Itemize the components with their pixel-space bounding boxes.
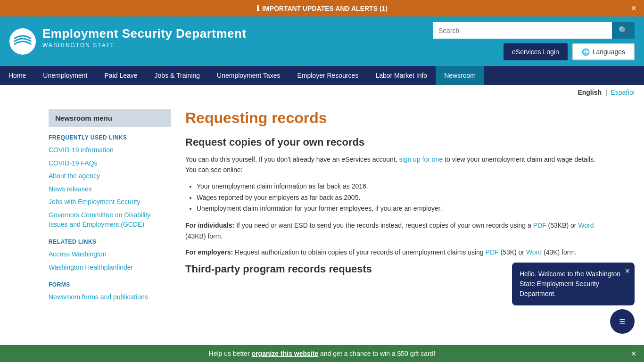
employers-bold: For employers:: [185, 248, 233, 256]
list-item: Unemployment claim information for your …: [197, 203, 595, 214]
sidebar-link-access-washington[interactable]: Access Washington: [49, 248, 171, 261]
search-input[interactable]: [433, 22, 612, 39]
nav-jobs-training[interactable]: Jobs & Training: [146, 66, 209, 85]
header: Employment Security Department WASHINGTO…: [0, 16, 644, 66]
main-nav: Home Unemployment Paid Leave Jobs & Trai…: [0, 66, 644, 85]
word-link-1[interactable]: Word: [578, 222, 594, 229]
sidebar-link-about-agency[interactable]: About the agency: [49, 170, 171, 183]
alert-text: IMPORTANT UPDATES AND ALERTS (1): [262, 5, 388, 12]
header-right: 🔍 eServices Login 🌐 Languages: [433, 22, 635, 60]
header-buttons: eServices Login 🌐 Languages: [504, 43, 635, 60]
search-button[interactable]: 🔍: [612, 22, 635, 39]
agency-name: Employment Security Department: [42, 26, 247, 41]
nav-employer-resources[interactable]: Employer Resources: [289, 66, 367, 85]
chat-icon-button[interactable]: ≡: [610, 309, 635, 313]
employers-para: For employers: Request authorization to …: [185, 247, 595, 257]
list-item: Your unemployment claim information as f…: [197, 181, 595, 192]
chat-bubble: × Hello. Welcome to the Washington State…: [512, 263, 635, 305]
sidebar-link-newsroom-forms[interactable]: Newsroom forms and publications: [49, 291, 171, 304]
sidebar-frequently-used-title: FREQUENTLY USED LINKS: [49, 134, 171, 141]
page-title: Requesting records: [185, 109, 595, 127]
pdf-link-1[interactable]: PDF: [533, 222, 546, 229]
chat-container: × Hello. Welcome to the Washington State…: [512, 263, 635, 313]
nav-unemployment[interactable]: Unemployment: [34, 66, 96, 85]
sidebar-menu-title: Newsroom menu: [49, 109, 171, 127]
sidebar-link-jobs-esd[interactable]: Jobs with Employment Security: [49, 196, 171, 209]
language-bar: English | Español: [0, 85, 644, 100]
chat-message: Hello. Welcome to the Washington State E…: [520, 270, 620, 297]
records-list: Your unemployment claim information as f…: [197, 181, 595, 214]
nav-newsroom[interactable]: Newsroom: [436, 66, 484, 85]
list-item: Wages reported by your employers as far …: [197, 192, 595, 204]
alert-bar: ℹ IMPORTANT UPDATES AND ALERTS (1) ×: [0, 0, 644, 16]
nav-unemployment-taxes[interactable]: Unemployment Taxes: [208, 66, 289, 85]
individuals-bold: For individuals:: [185, 222, 234, 229]
sidebar-link-covid-info[interactable]: COVID-19 information: [49, 144, 171, 157]
word-link-2[interactable]: Word: [526, 248, 542, 256]
sidebar-forms-title: FORMS: [49, 281, 171, 288]
languages-label: Languages: [593, 48, 625, 56]
pdf-link-2[interactable]: PDF: [486, 248, 499, 256]
signup-link[interactable]: sign up for one: [399, 156, 443, 163]
lang-separator: |: [605, 89, 607, 96]
sidebar-related-links-title: RELATED LINKS: [49, 239, 171, 245]
agency-state: WASHINGTON STATE: [42, 41, 247, 50]
nav-paid-leave[interactable]: Paid Leave: [96, 66, 146, 85]
agency-logo: [9, 28, 36, 55]
chat-close-button[interactable]: ×: [625, 266, 630, 276]
eservices-login-button[interactable]: eServices Login: [504, 43, 568, 60]
alert-icon: ℹ: [256, 4, 259, 13]
languages-button[interactable]: 🌐 Languages: [572, 43, 635, 60]
search-row: 🔍: [433, 22, 635, 39]
sidebar-link-news-releases[interactable]: News releases: [49, 183, 171, 196]
individuals-para: For individuals: If you need or want ESD…: [185, 220, 595, 241]
english-link[interactable]: English: [578, 89, 602, 96]
section1-heading: Request copies of your own records: [185, 136, 595, 148]
sidebar: Newsroom menu FREQUENTLY USED LINKS COVI…: [49, 109, 171, 304]
sidebar-link-covid-faqs[interactable]: COVID-19 FAQs: [49, 157, 171, 170]
sidebar-link-healthplanfinder[interactable]: Washington Healthplanfinder: [49, 261, 171, 274]
globe-icon: 🌐: [582, 48, 590, 56]
section1-intro: You can do this yourself. If you don't a…: [185, 154, 595, 175]
logo-text: Employment Security Department WASHINGTO…: [42, 26, 247, 56]
sidebar-link-gcde[interactable]: Governors Committee on Disability Issues…: [49, 209, 171, 231]
espanol-link[interactable]: Español: [611, 89, 635, 96]
nav-home[interactable]: Home: [0, 66, 34, 85]
logo-area: Employment Security Department WASHINGTO…: [9, 26, 247, 56]
alert-close-button[interactable]: ×: [631, 3, 636, 14]
nav-labor-market-info[interactable]: Labor Market Info: [367, 66, 436, 85]
